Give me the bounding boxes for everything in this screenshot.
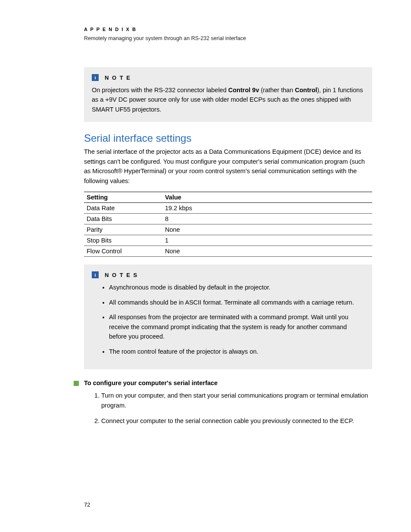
note-text: (rather than	[259, 87, 295, 93]
appendix-label: A P P E N D I X B	[84, 27, 372, 32]
square-icon	[74, 381, 79, 386]
list-item: All responses from the projector are ter…	[109, 312, 364, 341]
table-row: Data Rate19.2 kbps	[84, 203, 372, 214]
note-header: i N O T E	[92, 74, 364, 81]
table-header-row: Setting Value	[84, 192, 372, 203]
table-cell: 8	[162, 214, 372, 224]
settings-table: Setting Value Data Rate19.2 kbps Data Bi…	[84, 192, 372, 257]
note-box: i N O T E On projectors with the RS-232 …	[84, 67, 372, 122]
notes-label: N O T E S	[105, 272, 138, 278]
list-item: All commands should be in ASCII format. …	[109, 298, 364, 307]
notes-header: i N O T E S	[92, 271, 364, 278]
note-bold: Control	[295, 87, 317, 93]
table-cell: Data Bits	[84, 214, 162, 224]
note-bold: Control 9v	[228, 87, 259, 93]
table-cell: 19.2 kbps	[162, 203, 372, 214]
page-number: 72	[84, 501, 90, 508]
procedure-title-wrap: To configure your computer's serial inte…	[84, 380, 372, 432]
table-row: ParityNone	[84, 224, 372, 235]
notes-list: Asynchronous mode is disabled by default…	[92, 283, 364, 356]
list-item: Asynchronous mode is disabled by default…	[109, 283, 364, 292]
note-body: On projectors with the RS-232 connector …	[92, 85, 364, 114]
table-cell: Parity	[84, 224, 162, 235]
procedure-title: To configure your computer's serial inte…	[84, 380, 372, 386]
section-body: The serial interface of the projector ac…	[84, 147, 372, 186]
table-cell: None	[162, 224, 372, 235]
table-header: Value	[162, 192, 372, 203]
table-row: Data Bits8	[84, 214, 372, 224]
header-subtitle: Remotely managing your system through an…	[84, 35, 372, 41]
table-cell: Flow Control	[84, 246, 162, 257]
table-cell: 1	[162, 235, 372, 246]
note-text: On projectors with the RS-232 connector …	[92, 87, 228, 93]
table-row: Flow ControlNone	[84, 246, 372, 257]
table-header: Setting	[84, 192, 162, 203]
list-item: Turn on your computer, and then start yo…	[101, 391, 372, 410]
info-icon: i	[92, 271, 99, 278]
info-icon: i	[92, 74, 99, 81]
procedure-list: Turn on your computer, and then start yo…	[84, 391, 372, 426]
procedure-header: To configure your computer's serial inte…	[84, 380, 372, 432]
list-item: The room control feature of the projecto…	[109, 347, 364, 356]
list-item: Connect your computer to the serial conn…	[101, 416, 372, 426]
notes-box: i N O T E S Asynchronous mode is disable…	[84, 264, 372, 369]
table-cell: None	[162, 246, 372, 257]
table-cell: Stop Bits	[84, 235, 162, 246]
section-heading: Serial interface settings	[84, 132, 372, 144]
document-page: A P P E N D I X B Remotely managing your…	[0, 0, 411, 532]
note-label: N O T E	[105, 75, 131, 81]
table-cell: Data Rate	[84, 203, 162, 214]
table-row: Stop Bits1	[84, 235, 372, 246]
procedure-block: To configure your computer's serial inte…	[84, 380, 372, 432]
